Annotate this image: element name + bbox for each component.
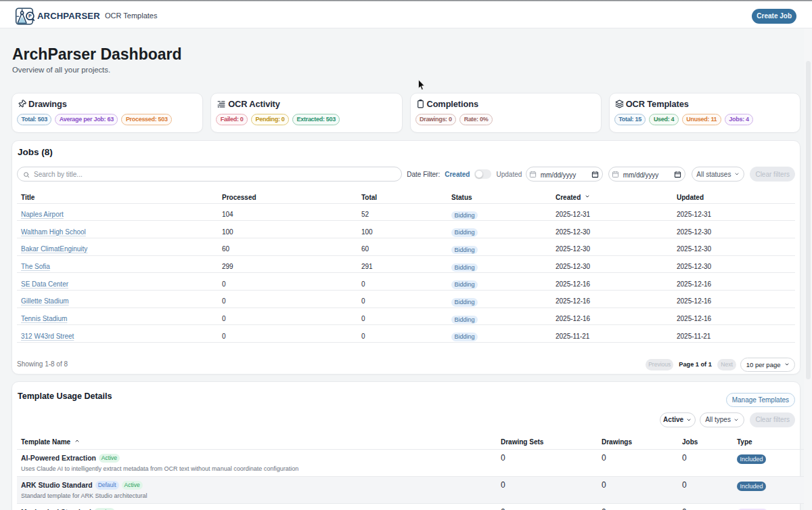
svg-text:P: P xyxy=(28,14,32,18)
